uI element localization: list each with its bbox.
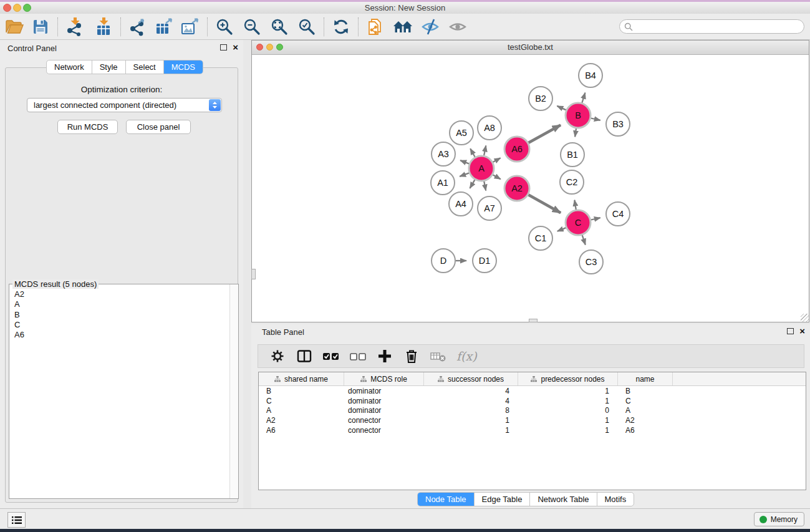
table-cell[interactable]: dominator: [344, 406, 424, 415]
export-network-button[interactable]: [127, 16, 148, 37]
table-cell[interactable]: A: [259, 406, 344, 415]
graph-edge-B-B1[interactable]: [575, 128, 576, 137]
network-canvas[interactable]: B4B2BB3A5A8A6A3B1AA1C2A2A4A7C4CC1C3DD1: [252, 55, 809, 322]
table-cell[interactable]: A: [618, 406, 673, 415]
result-list-scrollbar[interactable]: [229, 284, 238, 498]
tab-network-table[interactable]: Network Table: [530, 493, 597, 506]
table-cell[interactable]: connector: [344, 426, 424, 435]
save-session-button[interactable]: [30, 16, 51, 37]
table-cell[interactable]: 1: [518, 426, 618, 435]
graph-edge-C-C1[interactable]: [557, 228, 566, 231]
table-row[interactable]: Adominator80A: [259, 406, 806, 416]
table-cell[interactable]: 1: [518, 416, 618, 425]
import-table-button[interactable]: [93, 16, 114, 37]
table-cell[interactable]: 1: [518, 387, 618, 395]
search-input[interactable]: [633, 22, 804, 32]
mcds-result-item[interactable]: C: [14, 320, 229, 330]
criterion-dropdown[interactable]: largest connected component (directed): [27, 98, 222, 112]
graph-edge-C-C2[interactable]: [574, 200, 576, 210]
select-all-rows-button[interactable]: [322, 347, 340, 365]
splitter-grip[interactable]: [529, 319, 538, 322]
table-cell[interactable]: 1: [424, 416, 518, 425]
search-box[interactable]: [619, 19, 804, 34]
graph-edge-A-A5[interactable]: [470, 148, 475, 157]
window-resize-grip[interactable]: [801, 314, 809, 322]
float-table-panel-icon[interactable]: [787, 328, 794, 334]
column-header-shared-name[interactable]: shared name: [259, 372, 344, 385]
zoom-fit-button[interactable]: [269, 16, 290, 37]
tab-mcds[interactable]: MCDS: [164, 60, 203, 74]
import-network-button[interactable]: [64, 16, 85, 37]
tab-network[interactable]: Network: [47, 60, 92, 74]
graph-edge-A-A8[interactable]: [484, 145, 486, 155]
create-column-button[interactable]: [376, 347, 393, 365]
network-close-button[interactable]: [256, 44, 263, 51]
graph-edge-A6-B[interactable]: [528, 125, 561, 143]
table-cell[interactable]: dominator: [344, 387, 424, 395]
new-network-from-selection-button[interactable]: [365, 16, 386, 37]
table-cell[interactable]: A2: [618, 416, 673, 425]
zoom-selected-button[interactable]: [296, 16, 317, 37]
table-cell[interactable]: C: [259, 397, 344, 405]
graph-edge-A-A3[interactable]: [460, 160, 469, 163]
deselect-all-rows-button[interactable]: [349, 347, 367, 365]
zoom-in-button[interactable]: [214, 16, 235, 37]
export-image-button[interactable]: [180, 16, 201, 37]
table-cell[interactable]: 1: [424, 426, 518, 435]
zoom-out-button[interactable]: [241, 16, 263, 37]
table-cell[interactable]: dominator: [344, 397, 424, 405]
table-cell[interactable]: 4: [424, 397, 518, 405]
table-cell[interactable]: 0: [518, 406, 618, 415]
delete-table-button[interactable]: [430, 347, 447, 365]
tab-style[interactable]: Style: [92, 60, 126, 74]
show-columns-button[interactable]: [296, 347, 313, 365]
show-all-button[interactable]: [447, 16, 468, 37]
zoom-window-button[interactable]: [23, 4, 31, 12]
tab-edge-table[interactable]: Edge Table: [475, 493, 531, 506]
graph-edge-A-A2[interactable]: [493, 175, 501, 179]
table-cell[interactable]: 1: [518, 397, 618, 405]
hide-selected-button[interactable]: [420, 16, 441, 37]
table-cell[interactable]: A6: [259, 426, 344, 435]
table-row[interactable]: Cdominator41C: [259, 396, 806, 406]
float-panel-icon[interactable]: [220, 44, 227, 51]
memory-button[interactable]: Memory: [754, 512, 804, 526]
table-cell[interactable]: A6: [618, 426, 673, 435]
export-table-button[interactable]: [153, 16, 175, 37]
column-header-mcds-role[interactable]: MCDS role: [344, 372, 424, 385]
tab-select[interactable]: Select: [126, 60, 164, 74]
mcds-result-item[interactable]: A2: [14, 289, 229, 299]
graph-edge-A-A4[interactable]: [470, 180, 475, 188]
table-row[interactable]: A2connector11A2: [259, 415, 806, 425]
graph-edge-B-B4[interactable]: [582, 93, 585, 103]
column-header-name[interactable]: name: [618, 372, 673, 385]
column-header-successor-nodes[interactable]: successor nodes: [424, 372, 518, 385]
graph-edge-B-B3[interactable]: [591, 118, 600, 120]
apply-layout-button[interactable]: [330, 16, 352, 37]
close-panel-button[interactable]: Close panel: [126, 120, 191, 134]
table-row[interactable]: Bdominator41B: [259, 386, 806, 396]
minimize-window-button[interactable]: [13, 4, 21, 12]
mcds-result-item[interactable]: A6: [14, 330, 229, 340]
table-row[interactable]: A6connector11A6: [259, 425, 806, 435]
column-header-predecessor-nodes[interactable]: predecessor nodes: [518, 372, 618, 385]
table-cell[interactable]: 4: [424, 387, 518, 395]
network-minimize-button[interactable]: [266, 44, 273, 51]
table-cell[interactable]: C: [618, 397, 673, 405]
graph-edge-A-A1[interactable]: [460, 173, 469, 177]
tab-motifs[interactable]: Motifs: [597, 493, 634, 506]
function-builder-button[interactable]: f(x): [456, 347, 477, 365]
graph-edge-A-A6[interactable]: [493, 158, 500, 162]
graph-edge-C-C3[interactable]: [582, 235, 586, 245]
table-cell[interactable]: B: [259, 387, 344, 395]
network-window-titlebar[interactable]: testGlobe.txt: [252, 41, 809, 55]
tab-node-table[interactable]: Node Table: [418, 493, 475, 506]
mcds-result-item[interactable]: B: [14, 310, 229, 320]
close-table-panel-icon[interactable]: ×: [799, 327, 805, 335]
delete-column-button[interactable]: [403, 347, 420, 365]
graph-edge-A2-C[interactable]: [528, 195, 561, 213]
close-window-button[interactable]: [3, 4, 11, 12]
graph-edge-B-B2[interactable]: [557, 106, 566, 110]
close-panel-icon[interactable]: ×: [233, 44, 238, 51]
table-settings-button[interactable]: [269, 347, 286, 365]
